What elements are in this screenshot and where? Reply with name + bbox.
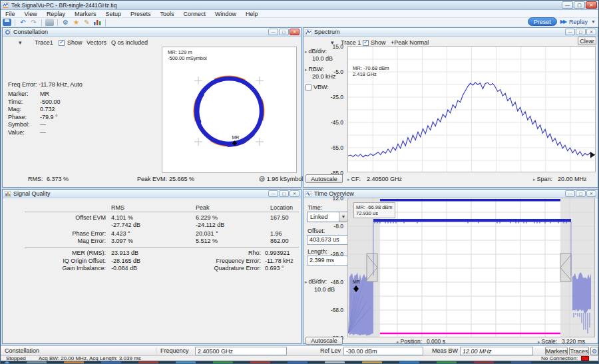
rbw-label[interactable]: RBW: <box>305 66 324 73</box>
time-overview-plot[interactable]: MR MR: -66.98 dBm 72.930 us <box>347 198 595 337</box>
taskbar-app-icon[interactable] <box>399 361 419 364</box>
window-close-button[interactable]: ✕ <box>586 1 597 9</box>
vbw-checkbox[interactable] <box>305 85 311 91</box>
settings-gear-icon[interactable]: ⚙ <box>61 19 70 26</box>
panel-restore-button[interactable]: ▢ <box>279 29 289 35</box>
taskbar-app-icon[interactable] <box>511 361 531 364</box>
sq-col-header: Peak <box>196 204 210 211</box>
redo-icon[interactable]: ↷ <box>29 19 38 26</box>
show-checkbox[interactable] <box>59 40 65 46</box>
menu-markers[interactable]: Markers <box>70 11 101 17</box>
menu-presets[interactable]: Presets <box>126 11 156 17</box>
taskbar-app-icon[interactable] <box>437 361 457 364</box>
taskbar-app-icon[interactable] <box>362 361 382 364</box>
panel-close-button[interactable]: ✕ <box>290 29 300 35</box>
windows-taskbar[interactable] <box>1 361 598 364</box>
taskbar-app-icon[interactable] <box>64 361 84 364</box>
cf-label[interactable]: CF: <box>347 176 361 182</box>
detector-label[interactable]: +Peak Normal <box>391 39 429 46</box>
panel-minimize-button[interactable]: — <box>565 190 575 197</box>
db-div-value: 10.0 dB <box>312 55 333 62</box>
menu-replay[interactable]: Replay <box>42 11 70 17</box>
taskbar-app-icon[interactable] <box>474 361 494 364</box>
show-checkbox[interactable] <box>363 40 369 46</box>
window-minimize-button[interactable]: — <box>562 1 573 9</box>
taskbar-app-icon[interactable] <box>250 361 270 364</box>
panel-minimize-button[interactable]: — <box>268 29 278 35</box>
menu-connect[interactable]: Connect <box>178 11 210 17</box>
panel-minimize-button[interactable]: — <box>565 29 575 35</box>
autoscale-button[interactable]: Autoscale <box>305 174 343 183</box>
offset-field[interactable]: 403.673 us <box>307 235 348 245</box>
settings-gear-icon[interactable]: ⚙ <box>590 347 598 355</box>
symbol-count: @ 1.96 kSymbol <box>259 176 303 182</box>
scale-label[interactable]: Scale: <box>538 338 557 345</box>
analysis-window-handle[interactable] <box>367 254 377 281</box>
preset-button[interactable]: Preset <box>528 17 557 26</box>
menu-window[interactable]: Window <box>210 11 241 17</box>
spectrum-titlebar[interactable]: Spectrum — ▢ ✕ <box>303 28 598 37</box>
sq-peak-value: 5.512 % <box>196 238 218 244</box>
analysis-window-handle[interactable] <box>560 254 571 281</box>
replay-dropdown-icon[interactable]: ▼ <box>591 19 596 24</box>
panel-restore-button[interactable]: ▢ <box>279 190 289 197</box>
marker-star-icon[interactable]: ★ <box>72 19 81 26</box>
taskbar-app-icon[interactable] <box>213 361 233 364</box>
span-label[interactable]: Span: <box>533 176 552 182</box>
taskbar-app-icon[interactable] <box>27 361 47 364</box>
frequency-label: Frequency <box>160 347 189 354</box>
trace-label[interactable]: Trace 1 <box>341 39 361 46</box>
panel-minimize-button[interactable]: — <box>268 190 278 197</box>
window-titlebar: Tek SignalVu-PC - BR-single-2441GHz.tiq … <box>1 1 598 10</box>
taskbar-app-icon[interactable] <box>176 361 196 364</box>
select-arrow-icon[interactable]: ▼ <box>339 212 347 222</box>
sq-location-value: 1.96 <box>270 230 282 237</box>
position-label[interactable]: Position: <box>397 338 422 345</box>
spectrum-plot[interactable]: MR: -70.68 dBm 2.418 GHz <box>347 46 596 172</box>
preset-replay-area: Preset ▶▶ Replay ▼ <box>528 17 596 27</box>
panel-close-button[interactable]: ✕ <box>586 29 596 35</box>
sq-pair-label: MER (RMS): <box>16 250 106 256</box>
menu-view[interactable]: View <box>20 11 42 17</box>
time-label: Time: <box>307 204 322 211</box>
menu-file[interactable]: File <box>1 11 20 17</box>
taskbar-app-icon[interactable] <box>101 361 121 364</box>
clear-button[interactable]: Clear <box>578 37 596 45</box>
vectors-label[interactable]: Vectors <box>87 39 106 46</box>
window-maximize-button[interactable]: ▢ <box>574 1 585 9</box>
menu-setup[interactable]: Setup <box>100 11 126 17</box>
analysis-chart-icon[interactable] <box>93 19 102 26</box>
print-icon[interactable] <box>45 19 54 26</box>
save-icon[interactable] <box>3 19 11 26</box>
autoscale-button[interactable]: Autoscale <box>305 337 343 345</box>
frequency-field[interactable]: 2.40500 GHz <box>195 347 287 355</box>
panel-close-button[interactable]: ✕ <box>586 190 596 197</box>
readout-value: 0.732 <box>40 106 55 112</box>
taskbar-app-icon[interactable] <box>288 361 307 364</box>
rms-value: 6.373 % <box>47 176 69 182</box>
constellation-marker-readout-line2: -500.00 mSymbol <box>168 55 207 61</box>
time-mode-select[interactable]: Linked ▼ <box>307 212 348 222</box>
sq-peak-value: 6.229 % <box>196 214 218 221</box>
menu-tools[interactable]: Tools <box>155 11 178 17</box>
panel-restore-button[interactable]: ▢ <box>576 29 586 35</box>
constellation-plot[interactable]: MR MR: 129 m -500.00 mSymbol <box>162 47 297 173</box>
constellation-titlebar[interactable]: Constellation — ▢ ✕ <box>3 28 301 37</box>
markers-button[interactable]: Markers <box>545 347 568 355</box>
menu-help[interactable]: Help <box>241 11 263 17</box>
ref-level-field[interactable]: -30.00 dBm <box>343 347 423 355</box>
traces-button[interactable]: Traces <box>569 347 589 355</box>
y-tick-label: -8.0 <box>322 223 343 230</box>
trace-label[interactable]: Trace1 <box>35 39 53 46</box>
meas-bw-field[interactable]: 12.00 MHz <box>460 347 533 355</box>
taskbar-app-icon[interactable] <box>138 361 158 364</box>
start-orb-icon[interactable] <box>5 361 9 364</box>
trace-icon[interactable]: ✎ <box>83 19 91 26</box>
panel-close-button[interactable]: ✕ <box>290 190 300 197</box>
panel-restore-button[interactable]: ▢ <box>576 190 586 197</box>
trace-dropdown-icon[interactable]: ▾ <box>19 39 22 46</box>
undo-icon[interactable]: ↶ <box>19 19 27 26</box>
taskbar-app-icon[interactable] <box>325 361 345 364</box>
signal-quality-titlebar[interactable]: Signal Quality — ▢ ✕ <box>3 190 301 198</box>
replay-button[interactable]: Replay <box>569 19 588 25</box>
